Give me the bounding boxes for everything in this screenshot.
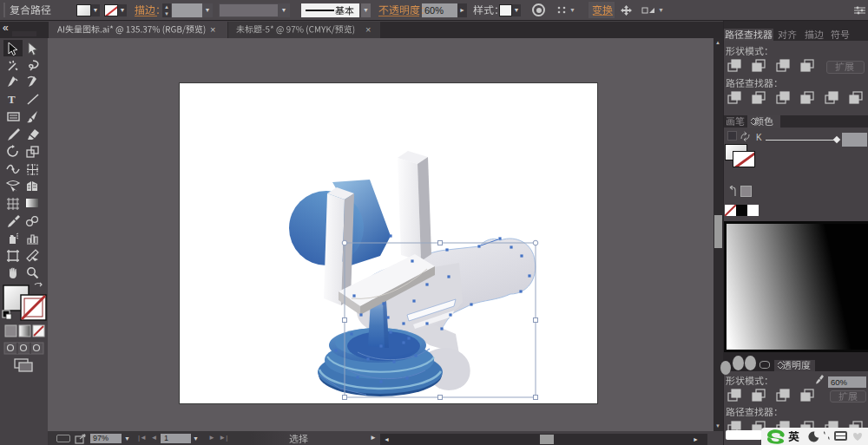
svg-text:T: T: [8, 93, 16, 106]
